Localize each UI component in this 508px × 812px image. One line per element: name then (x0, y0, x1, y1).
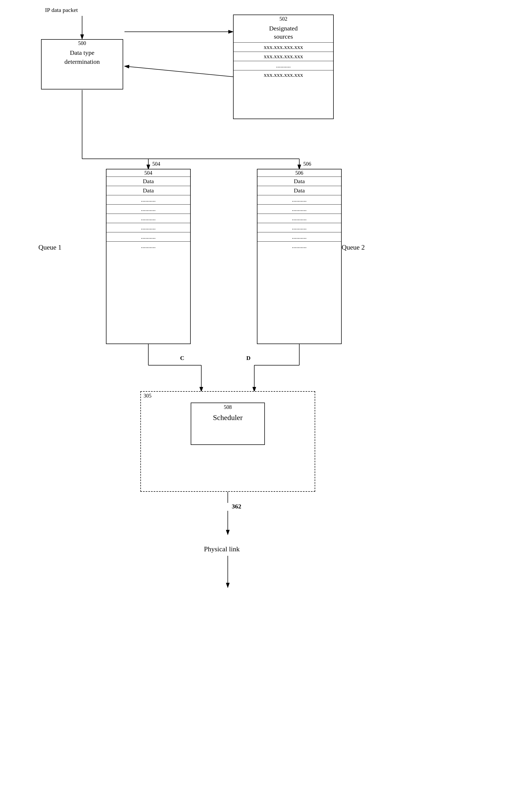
ds-entry-0: xxx.xxx.xxx.xxx (234, 42, 333, 52)
designated-sources-id: 502 (234, 15, 333, 23)
data-type-box: 500 Data typedetermination (41, 39, 123, 89)
designated-sources-box: 502 Designatedsources xxx.xxx.xxx.xxx xx… (233, 14, 334, 119)
q1-entry-7: .......... (107, 241, 190, 251)
q2-entry-4: .......... (257, 213, 341, 223)
designated-sources-label: Designatedsources (234, 23, 333, 42)
scheduler-id: 508 (191, 403, 264, 411)
svg-line-4 (125, 66, 233, 77)
outer-box-id: 305 (141, 392, 315, 400)
queue2-id: 506 (257, 170, 341, 177)
q1-entry-4: .......... (107, 213, 190, 223)
queue1-id: 504 (107, 170, 190, 177)
scheduler-label: Scheduler (191, 411, 264, 424)
queue1-label: Queue 1 (38, 243, 61, 251)
queue2-label: Queue 2 (342, 243, 365, 251)
ds-entry-3: xxx.xxx.xxx.xxx (234, 70, 333, 80)
scheduler-box: 508 Scheduler (191, 402, 265, 445)
q1-entry-5: .......... (107, 223, 190, 232)
ip-data-packet-label: IP data packet (45, 7, 78, 13)
data-type-id: 500 (42, 40, 123, 47)
q2-entry-2: .......... (257, 195, 341, 204)
q1-entry-2: .......... (107, 195, 190, 204)
connector-c-label: C (180, 355, 184, 362)
queue1-id-label: 504 (152, 161, 160, 167)
queue1-box: 504 Data Data .......... .......... ....… (106, 169, 191, 344)
physical-link-label: Physical link (204, 545, 240, 553)
queue2-box: 506 Data Data .......... .......... ....… (257, 169, 342, 344)
ds-entry-2: .......... (234, 61, 333, 70)
q2-entry-0: Data (257, 177, 341, 186)
outer-dashed-box: 305 508 Scheduler (140, 391, 315, 492)
q2-entry-1: Data (257, 186, 341, 195)
q2-entry-6: .......... (257, 232, 341, 241)
q2-entry-7: .......... (257, 241, 341, 251)
queue2-id-label: 506 (303, 161, 311, 167)
link-id-label: 362 (232, 503, 241, 510)
q2-entry-5: .......... (257, 223, 341, 232)
data-type-label: Data typedetermination (42, 47, 123, 68)
q2-entry-3: .......... (257, 204, 341, 213)
q1-entry-1: Data (107, 186, 190, 195)
q1-entry-3: .......... (107, 204, 190, 213)
ds-entry-1: xxx.xxx.xxx.xxx (234, 52, 333, 61)
connector-d-label: D (246, 355, 251, 362)
q1-entry-0: Data (107, 177, 190, 186)
q1-entry-6: .......... (107, 232, 190, 241)
